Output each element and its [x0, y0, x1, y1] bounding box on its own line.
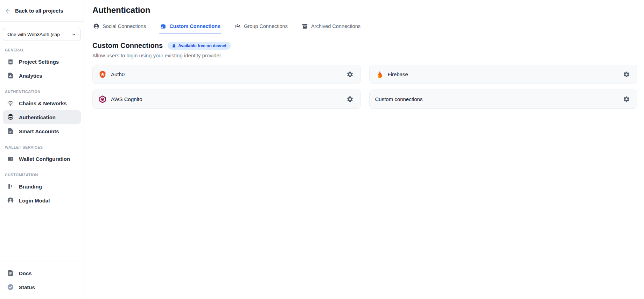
connection-card-label: Auth0: [111, 71, 125, 77]
project-selector-value: One with Web3Auth (sap: [7, 32, 69, 37]
sidebar-item-branding[interactable]: Branding: [3, 179, 81, 193]
page-title: Authentication: [92, 5, 637, 15]
connection-cards-grid: Auth0FirebaseAWS CognitoCustom connectio…: [92, 65, 637, 109]
sidebar-footer-item-label: Docs: [19, 270, 32, 276]
sidebar-footer-item-status[interactable]: Status: [3, 280, 81, 294]
sidebar-item-label: Smart Accounts: [19, 128, 59, 134]
devnet-badge: Available free on devnet: [168, 42, 231, 50]
sidebar-item-label: Chains & Networks: [19, 100, 67, 106]
gear-icon: [623, 96, 630, 103]
section-heading-row: Custom Connections Available free on dev…: [92, 42, 637, 50]
sidebar-section-label-general: GENERAL: [5, 48, 79, 52]
tab-group-connections[interactable]: Group Connections: [234, 22, 288, 34]
tab-label: Social Connections: [103, 23, 146, 29]
auth0-icon: [98, 70, 107, 79]
tab-custom-connections[interactable]: Custom Connections: [159, 22, 221, 34]
sidebar-section-label-customization: CUSTOMIZATION: [5, 173, 79, 177]
sidebar-item-wallet-configuration[interactable]: Wallet Configuration: [3, 152, 81, 166]
devnet-badge-label: Available free on devnet: [178, 43, 226, 48]
tab-label: Group Connections: [244, 23, 288, 29]
sidebar-item-label: Wallet Configuration: [19, 156, 70, 162]
project-selector[interactable]: One with Web3Auth (sap: [3, 28, 81, 41]
sidebar-item-login-modal[interactable]: Login Modal: [3, 193, 81, 207]
doc-icon: [7, 270, 14, 277]
card-settings-button[interactable]: [622, 70, 631, 79]
branding-icon: [7, 183, 14, 190]
sidebar-item-analytics[interactable]: Analytics: [3, 69, 81, 83]
wifi-icon: [7, 100, 14, 107]
app-root: Back to all projects One with Web3Auth (…: [0, 0, 644, 299]
sidebar-section-label-wallet-services: WALLET SERVICES: [5, 145, 79, 149]
connection-card-custom-connections[interactable]: Custom connections: [369, 90, 638, 109]
main-content: Authentication Social ConnectionsCustom …: [84, 0, 644, 299]
section-heading: Custom Connections: [92, 42, 163, 50]
sidebar-header: Back to all projects: [0, 0, 84, 22]
card-settings-button[interactable]: [345, 70, 355, 79]
clipboard-icon: [7, 58, 14, 65]
file-icon: [7, 128, 14, 135]
user-circle-icon: [7, 197, 14, 204]
back-arrow-icon: [5, 8, 11, 14]
tab-archived-connections[interactable]: Archived Connections: [301, 22, 361, 34]
sidebar-item-label: Authentication: [19, 114, 56, 120]
sidebar-item-chains-networks[interactable]: Chains & Networks: [3, 96, 81, 110]
back-to-projects-link[interactable]: Back to all projects: [15, 8, 63, 14]
tab-bar: Social ConnectionsCustom ConnectionsGrou…: [92, 22, 637, 34]
section-description: Allow users to login using your existing…: [92, 52, 637, 58]
group-icon: [234, 23, 241, 29]
analytics-icon: [7, 72, 14, 79]
sidebar: Back to all projects One with Web3Auth (…: [0, 0, 84, 299]
sidebar-footer: DocsStatus: [0, 262, 84, 299]
sidebar-body: One with Web3Auth (sap GENERALProject Se…: [0, 22, 84, 262]
connection-card-label: AWS Cognito: [111, 96, 142, 102]
database-icon: [7, 114, 14, 121]
person-circle-icon: [93, 23, 99, 29]
gear-icon: [346, 96, 354, 103]
lock-icon: [172, 44, 176, 48]
firebase-icon: [375, 70, 384, 79]
check-circle-icon: [7, 284, 14, 291]
gear-icon: [346, 71, 354, 78]
sidebar-footer-item-docs[interactable]: Docs: [3, 266, 81, 280]
connection-card-firebase[interactable]: Firebase: [369, 65, 638, 84]
sidebar-nav: GENERALProject SettingsAnalyticsAUTHENTI…: [3, 48, 81, 207]
sidebar-item-project-settings[interactable]: Project Settings: [3, 55, 81, 69]
connection-card-auth0[interactable]: Auth0: [92, 65, 361, 84]
card-settings-button[interactable]: [345, 94, 355, 104]
id-badge-icon: [160, 23, 166, 29]
connection-card-aws-cognito[interactable]: AWS Cognito: [92, 90, 361, 109]
tab-label: Archived Connections: [311, 23, 360, 29]
sidebar-item-label: Branding: [19, 184, 42, 190]
gear-icon: [623, 71, 630, 78]
chevron-down-icon: [71, 32, 76, 37]
sidebar-item-smart-accounts[interactable]: Smart Accounts: [3, 124, 81, 138]
archive-icon: [302, 23, 308, 29]
sidebar-item-authentication[interactable]: Authentication: [3, 110, 81, 124]
custom-connections-section: Custom Connections Available free on dev…: [92, 34, 637, 109]
sidebar-section-label-authentication: AUTHENTICATION: [5, 90, 79, 94]
sidebar-item-label: Project Settings: [19, 59, 59, 65]
sidebar-item-label: Login Modal: [19, 198, 50, 204]
connection-card-label: Firebase: [388, 71, 408, 77]
card-settings-button[interactable]: [622, 94, 631, 104]
connection-card-label: Custom connections: [375, 96, 423, 102]
sidebar-item-label: Analytics: [19, 73, 42, 79]
tab-social-connections[interactable]: Social Connections: [92, 22, 147, 34]
tab-label: Custom Connections: [169, 23, 220, 29]
aws-cognito-icon: [98, 95, 107, 104]
wallet-icon: [7, 155, 14, 162]
sidebar-footer-item-label: Status: [19, 284, 35, 290]
